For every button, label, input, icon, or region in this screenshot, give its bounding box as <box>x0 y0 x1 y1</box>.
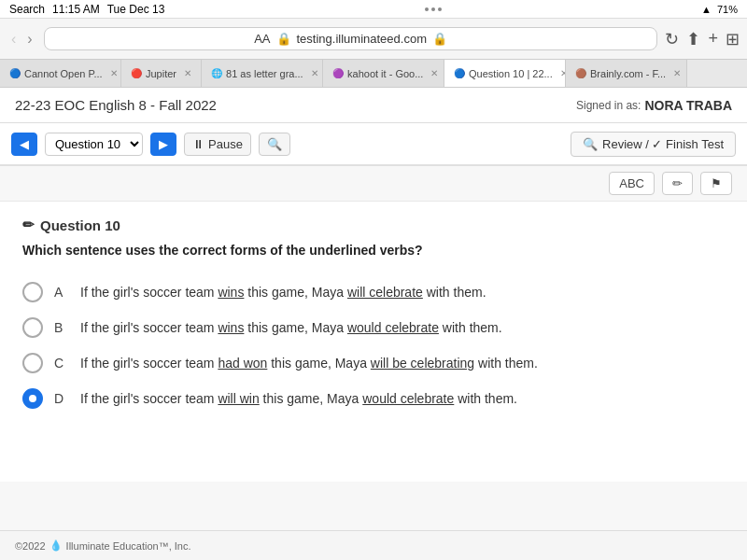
question-text: Which sentence uses the correct forms of… <box>22 243 725 258</box>
choice-letter-d: D <box>54 391 69 406</box>
refresh-button[interactable]: ↻ <box>665 29 679 49</box>
date-display: Tue Dec 13 <box>107 3 165 16</box>
search-label[interactable]: Search <box>9 3 45 16</box>
share-button[interactable]: ⬆ <box>686 29 700 49</box>
company-name: Illuminate Education™, Inc. <box>66 540 191 552</box>
choice-a[interactable]: A If the girl's soccer team wins this ga… <box>22 274 725 310</box>
tab-close-2[interactable]: ✕ <box>184 68 191 78</box>
choice-text-c: If the girl's soccer team had won this g… <box>80 356 538 371</box>
question-number-label: Question 10 <box>40 217 120 233</box>
aa-label: AA <box>254 32 270 46</box>
choice-d[interactable]: D If the girl's soccer team will win thi… <box>22 381 725 416</box>
choice-c[interactable]: C If the girl's soccer team had won this… <box>22 345 725 381</box>
question-number: ✏ Question 10 <box>22 217 725 233</box>
next-question-button[interactable]: ▶ <box>150 133 176 156</box>
choice-letter-b: B <box>54 320 69 335</box>
tab-close-1[interactable]: ✕ <box>110 68 118 78</box>
tab-close-4[interactable]: ✕ <box>430 68 438 78</box>
choice-text-b: If the girl's soccer team wins this game… <box>80 320 502 335</box>
tab-favicon-2: 🔴 <box>131 68 142 78</box>
tab-close-6[interactable]: ✕ <box>673 68 681 78</box>
radio-b[interactable] <box>22 317 43 338</box>
tab-kahoot[interactable]: 🟣 kahoot it - Goo... ✕ <box>323 60 444 87</box>
review-finish-button[interactable]: 🔍 Review / ✓ Finish Test <box>571 132 736 157</box>
radio-a[interactable] <box>22 282 43 302</box>
flag-tool-button[interactable]: ⚑ <box>700 172 732 195</box>
pause-button[interactable]: ⏸ Pause <box>184 133 251 156</box>
choice-b[interactable]: B If the girl's soccer team wins this ga… <box>22 310 725 345</box>
address-bar[interactable]: AA 🔒 testing.illuminateed.com 🔒 <box>44 27 658 50</box>
signed-in-label: Signed in as: <box>576 99 641 112</box>
time-display: 11:15 AM <box>52 3 100 16</box>
pencil-icon: ✏ <box>22 217 35 233</box>
toolbar: ◀ Question 10 ▶ ⏸ Pause 🔍 🔍 Review / ✓ F… <box>0 123 747 166</box>
radio-d[interactable] <box>22 388 43 409</box>
app-title: 22-23 EOC English 8 - Fall 2022 <box>15 97 217 113</box>
radio-c[interactable] <box>22 353 43 373</box>
search-icon: 🔍 <box>267 137 282 151</box>
tab-favicon-6: 🟤 <box>575 68 586 78</box>
browser-chrome: ‹ › AA 🔒 testing.illuminateed.com 🔒 ↻ ⬆ … <box>0 19 747 60</box>
tab-cannot-open[interactable]: 🔵 Cannot Open P... ✕ <box>0 60 121 87</box>
search-button[interactable]: 🔍 <box>259 133 290 156</box>
choice-text-d: If the girl's soccer team will win this … <box>80 391 517 406</box>
tab-label-1: Cannot Open P... <box>24 68 103 79</box>
edit-tool-button[interactable]: ✏ <box>662 172 693 195</box>
tab-81-letter[interactable]: 🌐 81 as letter gra... ✕ <box>202 60 323 87</box>
tab-label-3: 81 as letter gra... <box>226 68 303 79</box>
tab-label-5: Question 10 | 22... <box>469 68 553 79</box>
choice-letter-c: C <box>54 356 69 371</box>
question-select[interactable]: Question 10 <box>45 133 143 156</box>
three-dots <box>425 7 442 11</box>
choice-letter-a: A <box>54 285 69 300</box>
tabs-button[interactable]: ⊞ <box>726 29 740 49</box>
question-tools: ABC ✏ ⚑ <box>0 166 747 202</box>
tab-close-3[interactable]: ✕ <box>311 68 318 78</box>
question-content: ✏ Question 10 Which sentence uses the co… <box>0 202 747 482</box>
back-button[interactable]: ‹ <box>7 29 20 49</box>
prev-question-button[interactable]: ◀ <box>11 133 37 156</box>
tab-favicon-3: 🌐 <box>211 68 222 78</box>
battery-display: 71% <box>717 4 738 15</box>
status-right: ▲ 71% <box>701 4 738 15</box>
pause-icon: ⏸ <box>192 137 204 151</box>
question-selector: Question 10 <box>45 133 143 156</box>
new-tab-button[interactable]: + <box>708 29 718 49</box>
wifi-icon: ▲ <box>701 4 712 15</box>
tab-label-4: kahoot it - Goo... <box>347 68 423 79</box>
tab-favicon-1: 🔵 <box>9 68 21 78</box>
tab-favicon-5: 🔵 <box>454 68 465 78</box>
browser-tabs: 🔵 Cannot Open P... ✕ 🔴 Jupiter ✕ 🌐 81 as… <box>0 60 747 88</box>
tab-brainly[interactable]: 🟤 Brainly.com - F... ✕ <box>566 60 687 87</box>
radio-d-inner <box>29 395 36 402</box>
forward-button[interactable]: › <box>23 29 35 49</box>
review-icon: 🔍 <box>583 137 598 151</box>
lock-icon: 🔒 <box>276 32 291 46</box>
secure-icon: 🔒 <box>432 32 447 46</box>
copyright: ©2022 <box>15 540 46 552</box>
tab-label-2: Jupiter <box>146 68 176 79</box>
review-finish-label: Review / ✓ Finish Test <box>602 137 724 151</box>
tab-label-6: Brainly.com - F... <box>590 68 666 79</box>
pause-label: Pause <box>208 137 243 151</box>
abc-tool-button[interactable]: ABC <box>609 172 655 195</box>
illuminate-icon: 💧 <box>49 539 63 552</box>
choice-text-a: If the girl's soccer team wins this game… <box>80 285 486 300</box>
user-name: NORA TRABA <box>644 98 732 113</box>
app-footer: ©2022 💧 Illuminate Education™, Inc. <box>0 530 747 560</box>
tab-close-5[interactable]: ✕ <box>560 68 566 78</box>
tab-question10[interactable]: 🔵 Question 10 | 22... ✕ <box>444 60 566 88</box>
tab-jupiter[interactable]: 🔴 Jupiter ✕ <box>121 60 202 87</box>
url-text: testing.illuminateed.com <box>297 32 427 46</box>
app-header: 22-23 EOC English 8 - Fall 2022 Signed i… <box>0 88 747 123</box>
tab-favicon-4: 🟣 <box>332 68 344 78</box>
question-area: ABC ✏ ⚑ ✏ Question 10 Which sentence use… <box>0 166 747 530</box>
status-bar: Search 11:15 AM Tue Dec 13 ▲ 71% <box>0 0 747 19</box>
